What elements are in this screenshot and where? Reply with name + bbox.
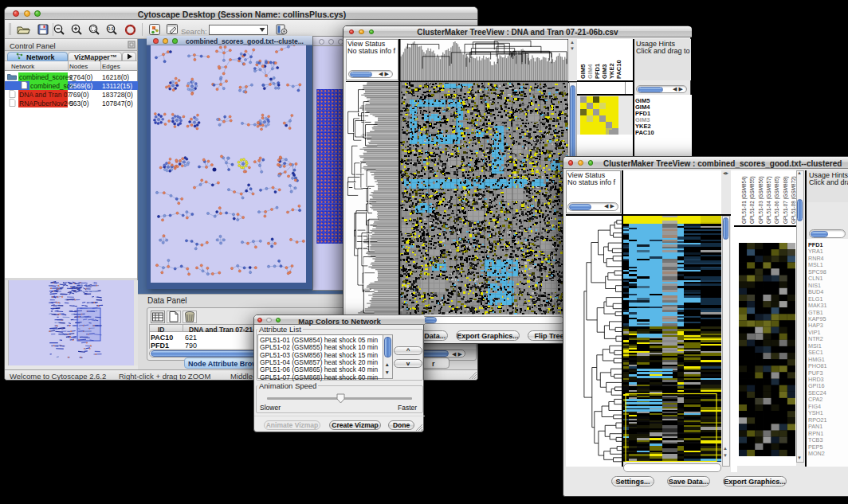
svg-text:1:1: 1:1 [108,26,113,31]
